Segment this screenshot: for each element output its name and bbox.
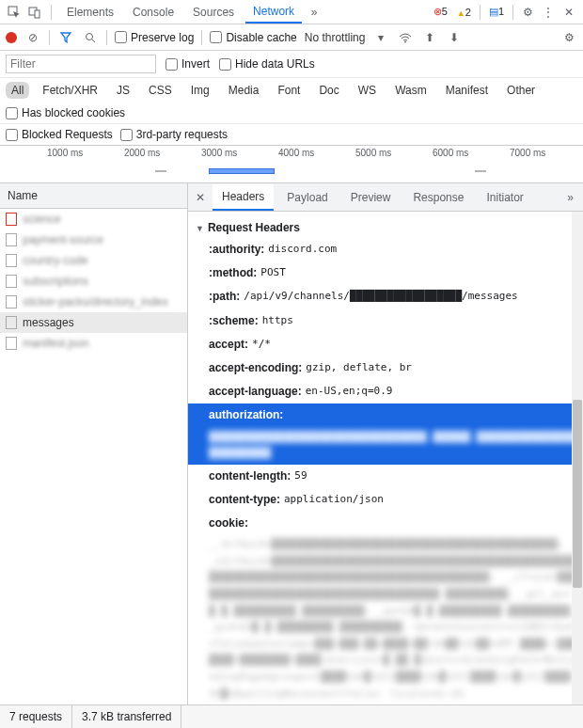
third-party-checkbox[interactable]: 3rd-party requests	[120, 128, 228, 141]
tab-payload[interactable]: Payload	[277, 185, 337, 210]
main-split: Name sciencepayment-sourcecountry-codesu…	[0, 183, 583, 704]
has-blocked-cookies-checkbox[interactable]: Has blocked cookies	[6, 106, 125, 119]
more-tabs-icon[interactable]: »	[561, 191, 579, 204]
header-value: en-US,en;q=0.9	[306, 383, 393, 401]
type-filter-doc[interactable]: Doc	[313, 82, 344, 99]
request-list-pane: Name sciencepayment-sourcecountry-codesu…	[0, 183, 188, 704]
header-row[interactable]: :method:POST	[196, 261, 579, 285]
request-row[interactable]: sticker-packs/directory_index	[0, 292, 187, 312]
invert-checkbox[interactable]: Invert	[165, 57, 210, 71]
type-filter-js[interactable]: JS	[111, 82, 135, 99]
file-icon	[6, 254, 17, 267]
timeline-tick: 2000 ms	[124, 148, 160, 158]
filter-input[interactable]	[6, 55, 156, 73]
request-headers-section[interactable]: Request Headers	[196, 217, 579, 238]
divider	[49, 30, 50, 45]
preserve-log-checkbox[interactable]: Preserve log	[115, 31, 194, 44]
header-row[interactable]: accept:*/*	[196, 333, 579, 356]
header-row[interactable]: accept-encoding:gzip, deflate, br	[196, 356, 579, 380]
type-filter-media[interactable]: Media	[223, 82, 265, 99]
header-value: */*	[252, 336, 271, 354]
header-key: cookie:	[209, 514, 248, 532]
header-row[interactable]: authorization:██████████████████████████…	[188, 404, 583, 464]
device-toggle-icon[interactable]	[26, 4, 43, 21]
type-filter-manifest[interactable]: Manifest	[440, 82, 494, 99]
header-row[interactable]: :scheme:https	[196, 309, 579, 333]
timeline-marker	[155, 170, 166, 172]
header-row[interactable]: cookie:__dcfduid=███████████████████████…	[196, 512, 579, 704]
tab-network[interactable]: Network	[245, 1, 302, 24]
error-badge[interactable]: 5	[431, 6, 450, 18]
type-filter-wasm[interactable]: Wasm	[389, 82, 433, 99]
download-icon[interactable]: ⬇	[446, 29, 463, 46]
header-key: accept:	[209, 336, 248, 354]
request-count: 7 requests	[0, 705, 72, 728]
type-filter-fetchxhr[interactable]: Fetch/XHR	[37, 82, 103, 99]
detail-pane: ✕ Headers Payload Preview Response Initi…	[188, 183, 583, 704]
warning-badge[interactable]: 2	[454, 7, 474, 18]
type-filter-other[interactable]: Other	[501, 82, 541, 99]
search-icon[interactable]	[82, 29, 99, 46]
close-icon[interactable]: ✕	[560, 4, 577, 21]
header-row[interactable]: :authority:discord.com	[196, 238, 579, 261]
type-filter-all[interactable]: All	[6, 82, 29, 99]
gear-icon[interactable]: ⚙	[560, 29, 577, 46]
type-filter-css[interactable]: CSS	[143, 82, 178, 99]
header-value: /api/v9/channels/██████████████████/mess…	[244, 288, 517, 306]
tab-initiator[interactable]: Initiator	[477, 185, 532, 210]
throttling-select[interactable]: No throttling	[305, 31, 366, 44]
message-badge[interactable]: 1	[486, 6, 507, 18]
header-value: POST	[260, 264, 286, 282]
chevron-down-icon[interactable]: ▾	[372, 29, 389, 46]
header-key: :path:	[209, 288, 240, 306]
more-tabs-icon[interactable]: »	[306, 4, 323, 21]
header-row[interactable]: content-type:application/json	[196, 488, 579, 512]
tab-console[interactable]: Console	[125, 2, 181, 23]
timeline-tick: 6000 ms	[433, 148, 468, 158]
tab-headers[interactable]: Headers	[213, 184, 274, 211]
request-row[interactable]: subscriptions	[0, 271, 187, 292]
blocked-requests-checkbox[interactable]: Blocked Requests	[6, 128, 113, 141]
timeline-bar	[209, 168, 275, 174]
header-row[interactable]: content-length:59	[196, 465, 579, 488]
file-icon	[6, 213, 17, 226]
request-name: payment-source	[23, 233, 103, 246]
scroll-thumb[interactable]	[573, 400, 582, 588]
header-key: accept-language:	[209, 383, 302, 401]
type-filter-font[interactable]: Font	[272, 82, 306, 99]
tab-preview[interactable]: Preview	[341, 185, 401, 210]
hide-data-urls-checkbox[interactable]: Hide data URLs	[219, 57, 315, 71]
header-value: gzip, deflate, br	[306, 359, 412, 377]
request-row[interactable]: country-code	[0, 250, 187, 271]
tab-sources[interactable]: Sources	[185, 2, 242, 23]
wifi-icon[interactable]	[397, 29, 414, 46]
tab-response[interactable]: Response	[403, 185, 473, 210]
close-icon[interactable]: ✕	[192, 191, 209, 204]
scrollbar[interactable]	[572, 212, 583, 704]
waterfall-timeline[interactable]: 1000 ms2000 ms3000 ms4000 ms5000 ms6000 …	[0, 146, 583, 183]
clear-icon[interactable]: ⊘	[24, 29, 41, 46]
name-column-header[interactable]: Name	[0, 183, 187, 209]
request-name: country-code	[23, 254, 87, 267]
header-value: application/json	[284, 491, 384, 509]
file-icon	[6, 295, 17, 309]
disable-cache-checkbox[interactable]: Disable cache	[210, 31, 296, 44]
gear-icon[interactable]: ⚙	[519, 4, 536, 21]
tab-elements[interactable]: Elements	[59, 2, 121, 23]
header-key: :scheme:	[209, 312, 259, 330]
type-filter-ws[interactable]: WS	[353, 82, 382, 99]
header-row[interactable]: :path:/api/v9/channels/█████████████████…	[196, 285, 579, 309]
filter-icon[interactable]	[57, 29, 74, 46]
request-row[interactable]: messages	[0, 312, 187, 333]
header-row[interactable]: accept-language:en-US,en;q=0.9	[196, 380, 579, 404]
request-row[interactable]: payment-source	[0, 229, 187, 250]
upload-icon[interactable]: ⬆	[421, 29, 438, 46]
type-filter-img[interactable]: Img	[185, 82, 215, 99]
kebab-icon[interactable]: ⋮	[540, 4, 557, 21]
request-name: manifest.json	[23, 337, 89, 350]
request-row[interactable]: manifest.json	[0, 333, 187, 354]
request-row[interactable]: science	[0, 209, 187, 229]
timeline-tick: 3000 ms	[201, 148, 237, 158]
inspect-icon[interactable]	[6, 4, 23, 21]
record-button[interactable]	[6, 32, 17, 43]
